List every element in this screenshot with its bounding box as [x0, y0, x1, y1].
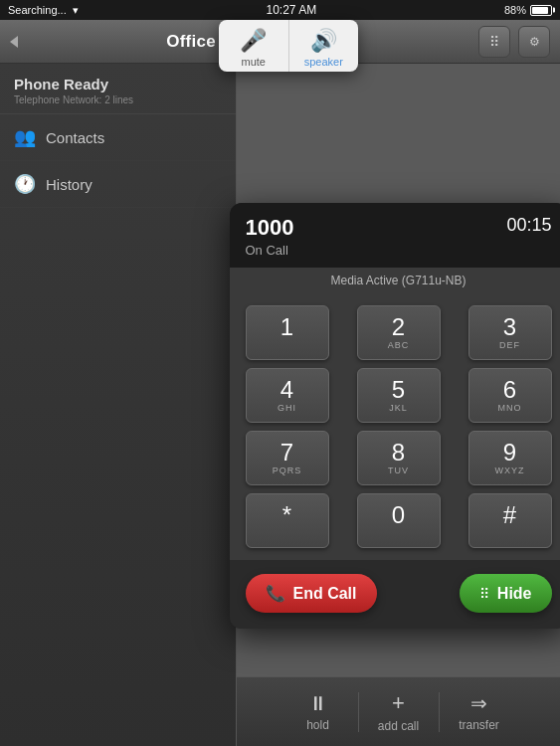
dialpad-digit-0: 0	[392, 503, 405, 527]
dialpad-icon-button[interactable]: ⠿	[478, 26, 510, 58]
dialpad-letters-star	[285, 528, 289, 538]
hold-button[interactable]: ⏸ hold	[279, 684, 358, 740]
dialpad-row-4: * 0 #	[246, 493, 552, 548]
call-status: On Call	[246, 243, 294, 258]
sidebar-header: Phone Ready Telephone Network: 2 lines	[0, 64, 236, 114]
call-number: 1000	[246, 215, 294, 241]
contacts-icon: 👥	[14, 126, 36, 148]
dialpad-key-9[interactable]: 9 WXYZ	[468, 431, 552, 485]
dialpad-letters-1	[285, 340, 289, 350]
end-call-icon: 📞	[266, 584, 285, 603]
nav-right-icons: ⠿ ⚙	[478, 26, 560, 58]
call-media-info: Media Active (G711u-NB)	[230, 268, 561, 293]
speaker-icon: 🔊	[310, 28, 337, 54]
end-call-label: End Call	[293, 585, 357, 603]
dialpad-digit-8: 8	[392, 441, 405, 465]
status-right: 88%	[504, 4, 552, 16]
dialpad-row-3: 7 PQRS 8 TUV 9 WXYZ	[246, 431, 552, 485]
history-label: History	[46, 176, 93, 193]
dialpad-key-7[interactable]: 7 PQRS	[246, 431, 329, 485]
dialpad-key-2[interactable]: 2 ABC	[357, 305, 441, 360]
dialpad-key-6[interactable]: 6 MNO	[468, 368, 552, 423]
mute-speaker-popup: 🎤 mute 🔊 speaker	[219, 20, 358, 72]
dialpad-key-8[interactable]: 8 TUV	[357, 431, 441, 485]
dialpad-digit-7: 7	[280, 441, 293, 465]
dialpad-digit-1: 1	[280, 315, 293, 339]
wifi-icon: ▾	[73, 4, 79, 17]
hide-label: Hide	[497, 585, 532, 603]
dialpad-key-4[interactable]: 4 GHI	[246, 368, 329, 423]
dialpad-digit-5: 5	[392, 378, 405, 402]
call-actions: 📞 End Call ⠿ Hide	[230, 560, 561, 629]
dialpad-letters-0	[397, 528, 401, 538]
status-time: 10:27 AM	[266, 3, 316, 17]
dialpad-key-star[interactable]: *	[246, 493, 329, 548]
main-content: 1000 On Call 00:15 Media Active (G711u-N…	[237, 64, 560, 746]
transfer-label: transfer	[459, 718, 499, 732]
add-call-button[interactable]: + add call	[359, 682, 439, 741]
settings-icon-button[interactable]: ⚙	[518, 26, 550, 58]
hold-label: hold	[306, 718, 329, 732]
end-call-button[interactable]: 📞 End Call	[246, 574, 377, 613]
dialpad-key-0[interactable]: 0	[357, 493, 441, 548]
dialpad-digit-6: 6	[503, 378, 516, 402]
dialpad-digit-3: 3	[503, 315, 516, 339]
dialpad-key-hash[interactable]: #	[468, 493, 552, 548]
hold-icon: ⏸	[308, 692, 328, 715]
dialpad-row-1: 1 2 ABC 3 DEF	[246, 305, 552, 360]
mute-label: mute	[242, 56, 266, 68]
dialpad-letters-9: WXYZ	[495, 466, 525, 475]
dialpad-letters-hash	[508, 528, 512, 538]
dialpad-digit-2: 2	[392, 315, 405, 339]
dialpad-digit-hash: #	[503, 503, 516, 527]
add-call-label: add call	[378, 719, 419, 733]
dialpad-letters-6: MNO	[498, 403, 522, 413]
bottom-bar: ⏸ hold + add call ⇒ transfer	[237, 676, 560, 746]
mute-button[interactable]: 🎤 mute	[219, 20, 289, 72]
mute-icon: 🎤	[240, 28, 267, 54]
dialpad-digit-9: 9	[503, 441, 516, 465]
dialpad-letters-8: TUV	[388, 466, 409, 475]
status-left: Searching... ▾	[8, 4, 79, 17]
sidebar-item-history[interactable]: 🕐 History	[0, 161, 236, 208]
dialpad: 1 2 ABC 3 DEF 4 GHI 5	[230, 293, 561, 560]
dialpad-digit-4: 4	[280, 378, 293, 402]
dialpad-key-3[interactable]: 3 DEF	[468, 305, 552, 360]
sidebar-item-contacts[interactable]: 👥 Contacts	[0, 114, 236, 161]
call-header: 1000 On Call 00:15	[230, 203, 561, 268]
sidebar-subtitle: Telephone Network: 2 lines	[14, 94, 222, 105]
call-dialog: 1000 On Call 00:15 Media Active (G711u-N…	[230, 203, 561, 629]
dialpad-digit-star: *	[282, 503, 291, 527]
back-arrow-icon	[10, 36, 18, 48]
settings-icon: ⚙	[529, 35, 540, 49]
call-timer: 00:15	[506, 215, 551, 236]
dialpad-letters-5: JKL	[389, 403, 408, 413]
speaker-label: speaker	[304, 56, 343, 68]
back-button[interactable]	[0, 36, 28, 48]
transfer-icon: ⇒	[470, 691, 487, 715]
dialpad-icon: ⠿	[489, 34, 499, 50]
dialpad-key-5[interactable]: 5 JKL	[357, 368, 441, 423]
hide-icon: ⠿	[479, 586, 489, 602]
dialpad-letters-7: PQRS	[273, 466, 302, 475]
phone-ready-label: Phone Ready	[14, 76, 222, 93]
add-call-icon: +	[392, 690, 405, 716]
battery-icon	[530, 5, 552, 16]
sidebar: Phone Ready Telephone Network: 2 lines 👥…	[0, 64, 237, 746]
status-bar: Searching... ▾ 10:27 AM 88%	[0, 0, 560, 20]
dialpad-letters-4: GHI	[278, 403, 296, 413]
dialpad-key-1[interactable]: 1	[246, 305, 329, 360]
signal-label: Searching...	[8, 4, 67, 16]
dialpad-letters-3: DEF	[499, 340, 520, 350]
transfer-button[interactable]: ⇒ transfer	[440, 683, 519, 740]
speaker-button[interactable]: 🔊 speaker	[289, 20, 359, 72]
dialpad-letters-2: ABC	[388, 340, 410, 350]
history-icon: 🕐	[14, 173, 36, 195]
contacts-label: Contacts	[46, 129, 104, 146]
hide-button[interactable]: ⠿ Hide	[460, 574, 552, 613]
battery-percent: 88%	[504, 4, 526, 16]
dialpad-row-2: 4 GHI 5 JKL 6 MNO	[246, 368, 552, 423]
